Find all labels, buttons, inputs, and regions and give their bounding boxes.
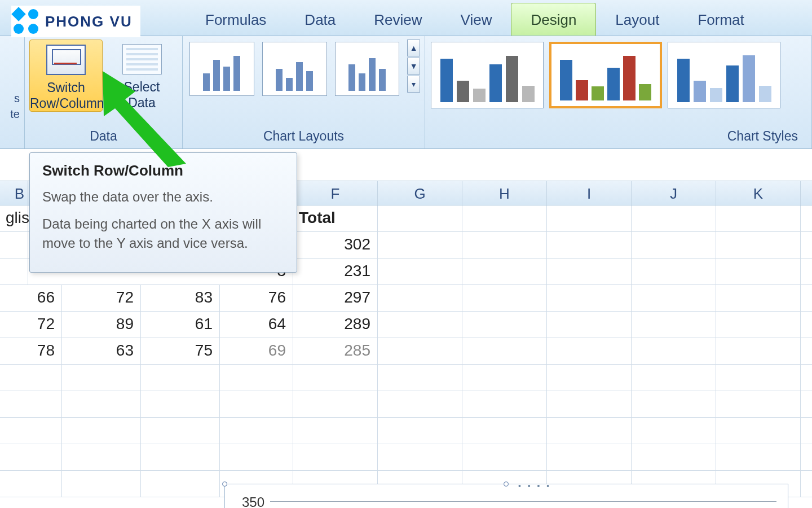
group-chart-layouts: ▲ ▼ ▾ Chart Layouts — [183, 36, 425, 148]
tab-formulas[interactable]: Formulas — [186, 3, 285, 36]
cell[interactable]: 75 — [141, 338, 220, 364]
group-type-partial: ste — [0, 36, 25, 148]
tab-design[interactable]: Design — [511, 3, 596, 36]
tab-view[interactable]: View — [442, 3, 511, 36]
cell[interactable]: 302 — [293, 232, 378, 258]
chart-resize-handle[interactable] — [504, 481, 509, 487]
cell[interactable]: 78 — [0, 338, 62, 364]
group-label-empty — [5, 126, 20, 147]
cell[interactable]: 76 — [220, 285, 293, 311]
cell[interactable]: 89 — [62, 312, 141, 338]
group-data: SwitchRow/Column SelectData Data — [25, 36, 183, 148]
chart-plot-area[interactable] — [270, 494, 776, 508]
logo-text: PHONG VU — [45, 13, 133, 30]
logo: PHONG VU — [11, 6, 140, 37]
chart-y-axis: 350 300 250 200 — [231, 491, 264, 508]
cell[interactable]: 63 — [62, 338, 141, 364]
table-row — [0, 444, 812, 471]
cell[interactable]: 69 — [220, 338, 293, 364]
cell[interactable]: glis — [0, 205, 28, 231]
scroll-down-icon[interactable]: ▼ — [407, 58, 420, 75]
col-J[interactable]: J — [632, 181, 716, 205]
cell[interactable]: Total — [293, 205, 378, 231]
cell[interactable]: 285 — [293, 338, 378, 364]
cell[interactable]: 64 — [220, 312, 293, 338]
group-label-data: Data — [29, 126, 178, 147]
cell[interactable]: 72 — [62, 285, 141, 311]
tab-review[interactable]: Review — [355, 3, 441, 36]
col-G[interactable]: G — [378, 181, 462, 205]
tooltip-line-1: Swap the data over the axis. — [42, 187, 284, 207]
col-F[interactable]: F — [293, 181, 378, 205]
switch-row-column-button[interactable]: SwitchRow/Column — [29, 40, 103, 112]
cell[interactable]: 231 — [293, 259, 378, 284]
cell[interactable]: 72 — [0, 312, 62, 338]
table-row: 78 63 75 69 285 — [0, 338, 812, 365]
partial-label-1: ste — [5, 40, 20, 122]
tab-layout[interactable]: Layout — [596, 3, 678, 36]
cell[interactable]: 83 — [141, 285, 220, 311]
table-row: 66 72 83 76 297 — [0, 285, 812, 312]
logo-mark — [14, 9, 38, 34]
tooltip-title: Switch Row/Column — [42, 162, 284, 179]
chart-layout-2[interactable] — [262, 42, 327, 96]
tab-data[interactable]: Data — [285, 3, 355, 36]
cell[interactable]: 61 — [141, 312, 220, 338]
col-K[interactable]: K — [716, 181, 801, 205]
tooltip-line-2: Data being charted on the X axis will mo… — [42, 214, 284, 253]
layout-gallery-scroll[interactable]: ▲ ▼ ▾ — [407, 40, 420, 93]
cell[interactable]: 297 — [293, 285, 378, 311]
select-data-icon — [122, 44, 162, 75]
col-H[interactable]: H — [462, 181, 547, 205]
embedded-chart[interactable]: • • • • 350 300 250 200 Joe — [224, 484, 788, 508]
switch-row-column-icon — [46, 45, 86, 75]
select-data-button[interactable]: SelectData — [106, 40, 178, 111]
chart-layout-1[interactable] — [189, 42, 254, 96]
chart-style-2-selected[interactable] — [549, 42, 662, 108]
chart-style-1[interactable] — [431, 42, 544, 108]
group-label-layouts: Chart Layouts — [187, 126, 420, 147]
group-chart-styles: Chart Styles — [425, 36, 812, 148]
chart-resize-handle[interactable] — [222, 481, 227, 487]
tooltip-switch-row-column: Switch Row/Column Swap the data over the… — [29, 152, 297, 273]
chart-style-3[interactable] — [668, 42, 780, 108]
cell[interactable]: 289 — [293, 312, 378, 338]
scroll-up-icon[interactable]: ▲ — [407, 40, 420, 56]
cell[interactable]: 66 — [0, 285, 62, 311]
col-B[interactable]: B — [0, 181, 28, 205]
table-row — [0, 365, 812, 391]
chart-layout-3[interactable] — [335, 42, 400, 96]
table-row — [0, 418, 812, 444]
scroll-more-icon[interactable]: ▾ — [407, 76, 420, 93]
col-I[interactable]: I — [547, 181, 632, 205]
ytick: 350 — [231, 494, 264, 508]
tab-format[interactable]: Format — [678, 3, 763, 36]
chart-move-handle[interactable]: • • • • — [518, 481, 551, 491]
table-row — [0, 391, 812, 418]
table-row: 72 89 61 64 289 — [0, 312, 812, 338]
ribbon: ste SwitchRow/Column SelectData Data ▲ ▼… — [0, 36, 812, 149]
group-label-styles: Chart Styles — [430, 126, 807, 147]
